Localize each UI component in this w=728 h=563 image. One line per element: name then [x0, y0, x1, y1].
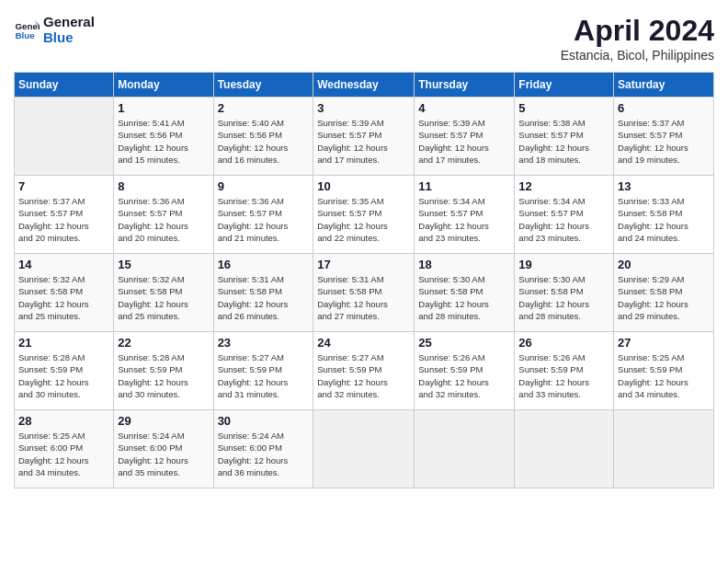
day-info: Sunrise: 5:37 AMSunset: 5:57 PMDaylight:… [618, 117, 710, 166]
day-number: 26 [518, 336, 609, 350]
calendar-cell: 11Sunrise: 5:34 AMSunset: 5:57 PMDayligh… [415, 176, 515, 254]
day-info: Sunrise: 5:25 AMSunset: 5:59 PMDaylight:… [618, 351, 710, 400]
day-info: Sunrise: 5:26 AMSunset: 5:59 PMDaylight:… [418, 351, 510, 400]
day-number: 24 [317, 336, 410, 350]
weekday-friday: Friday [515, 73, 614, 98]
calendar-cell: 25Sunrise: 5:26 AMSunset: 5:59 PMDayligh… [415, 332, 515, 410]
calendar-cell: 14Sunrise: 5:32 AMSunset: 5:58 PMDayligh… [15, 254, 114, 332]
calendar-week-2: 7Sunrise: 5:37 AMSunset: 5:57 PMDaylight… [15, 176, 714, 254]
calendar-week-3: 14Sunrise: 5:32 AMSunset: 5:58 PMDayligh… [15, 254, 714, 332]
location: Estancia, Bicol, Philippines [561, 48, 714, 63]
day-number: 28 [18, 414, 109, 428]
day-info: Sunrise: 5:27 AMSunset: 5:59 PMDaylight:… [218, 351, 310, 400]
day-number: 25 [418, 336, 510, 350]
day-number: 29 [118, 414, 209, 428]
day-info: Sunrise: 5:28 AMSunset: 5:59 PMDaylight:… [118, 351, 209, 400]
day-number: 30 [218, 414, 310, 428]
day-number: 7 [18, 179, 109, 193]
day-info: Sunrise: 5:39 AMSunset: 5:57 PMDaylight:… [418, 117, 510, 166]
weekday-wednesday: Wednesday [313, 73, 415, 98]
calendar-week-4: 21Sunrise: 5:28 AMSunset: 5:59 PMDayligh… [15, 332, 714, 410]
day-info: Sunrise: 5:28 AMSunset: 5:59 PMDaylight:… [18, 351, 109, 400]
day-info: Sunrise: 5:38 AMSunset: 5:57 PMDaylight:… [518, 117, 609, 166]
day-info: Sunrise: 5:36 AMSunset: 5:57 PMDaylight:… [118, 195, 209, 244]
weekday-tuesday: Tuesday [213, 73, 313, 98]
day-number: 27 [618, 336, 710, 350]
calendar-cell: 7Sunrise: 5:37 AMSunset: 5:57 PMDaylight… [15, 176, 114, 254]
day-number: 9 [218, 179, 310, 193]
day-number: 4 [418, 101, 510, 115]
calendar-body: 1Sunrise: 5:41 AMSunset: 5:56 PMDaylight… [15, 98, 714, 488]
calendar-cell: 21Sunrise: 5:28 AMSunset: 5:59 PMDayligh… [15, 332, 114, 410]
day-info: Sunrise: 5:31 AMSunset: 5:58 PMDaylight:… [317, 273, 410, 322]
day-number: 5 [518, 101, 609, 115]
svg-text:Blue: Blue [15, 30, 35, 40]
day-number: 11 [418, 179, 510, 193]
day-info: Sunrise: 5:35 AMSunset: 5:57 PMDaylight:… [317, 195, 410, 244]
day-info: Sunrise: 5:26 AMSunset: 5:59 PMDaylight:… [518, 351, 609, 400]
day-number: 17 [317, 258, 410, 271]
weekday-sunday: Sunday [15, 73, 114, 98]
calendar-week-1: 1Sunrise: 5:41 AMSunset: 5:56 PMDaylight… [15, 98, 714, 176]
logo-general: General [43, 14, 95, 29]
day-info: Sunrise: 5:32 AMSunset: 5:58 PMDaylight:… [118, 273, 209, 322]
day-info: Sunrise: 5:41 AMSunset: 5:56 PMDaylight:… [118, 117, 209, 166]
day-info: Sunrise: 5:24 AMSunset: 6:00 PMDaylight:… [118, 430, 209, 478]
day-number: 12 [518, 179, 609, 193]
calendar-cell: 13Sunrise: 5:33 AMSunset: 5:58 PMDayligh… [614, 176, 714, 254]
calendar-cell: 29Sunrise: 5:24 AMSunset: 6:00 PMDayligh… [114, 410, 213, 488]
calendar-cell: 4Sunrise: 5:39 AMSunset: 5:57 PMDaylight… [415, 98, 515, 176]
page-header: General Blue General Blue April 2024 Est… [14, 14, 714, 63]
day-number: 14 [18, 258, 109, 271]
day-info: Sunrise: 5:31 AMSunset: 5:58 PMDaylight:… [218, 273, 310, 322]
day-info: Sunrise: 5:29 AMSunset: 5:58 PMDaylight:… [618, 273, 710, 322]
calendar-table: SundayMondayTuesdayWednesdayThursdayFrid… [14, 72, 714, 488]
calendar-cell: 5Sunrise: 5:38 AMSunset: 5:57 PMDaylight… [515, 98, 614, 176]
day-number: 10 [317, 179, 410, 193]
calendar-cell: 16Sunrise: 5:31 AMSunset: 5:58 PMDayligh… [213, 254, 313, 332]
calendar-cell: 27Sunrise: 5:25 AMSunset: 5:59 PMDayligh… [614, 332, 714, 410]
day-number: 13 [618, 179, 710, 193]
calendar-cell: 17Sunrise: 5:31 AMSunset: 5:58 PMDayligh… [313, 254, 415, 332]
day-info: Sunrise: 5:30 AMSunset: 5:58 PMDaylight:… [518, 273, 609, 322]
day-info: Sunrise: 5:32 AMSunset: 5:58 PMDaylight:… [18, 273, 109, 322]
day-number: 21 [18, 336, 109, 350]
calendar-cell: 22Sunrise: 5:28 AMSunset: 5:59 PMDayligh… [114, 332, 213, 410]
day-number: 6 [618, 101, 710, 115]
day-info: Sunrise: 5:33 AMSunset: 5:58 PMDaylight:… [618, 195, 710, 244]
title-area: April 2024 Estancia, Bicol, Philippines [561, 14, 714, 63]
day-info: Sunrise: 5:34 AMSunset: 5:57 PMDaylight:… [518, 195, 609, 244]
day-info: Sunrise: 5:25 AMSunset: 6:00 PMDaylight:… [18, 430, 109, 478]
day-number: 18 [418, 258, 510, 271]
calendar-cell: 6Sunrise: 5:37 AMSunset: 5:57 PMDaylight… [614, 98, 714, 176]
day-info: Sunrise: 5:34 AMSunset: 5:57 PMDaylight:… [418, 195, 510, 244]
calendar-cell: 8Sunrise: 5:36 AMSunset: 5:57 PMDaylight… [114, 176, 213, 254]
day-number: 1 [118, 101, 209, 115]
logo: General Blue General Blue [14, 14, 95, 45]
day-number: 8 [118, 179, 209, 193]
day-number: 19 [518, 258, 609, 271]
calendar-cell [313, 410, 415, 488]
month-title: April 2024 [561, 14, 714, 48]
day-info: Sunrise: 5:37 AMSunset: 5:57 PMDaylight:… [18, 195, 109, 244]
day-info: Sunrise: 5:39 AMSunset: 5:57 PMDaylight:… [317, 117, 410, 166]
day-number: 3 [317, 101, 410, 115]
calendar-cell: 1Sunrise: 5:41 AMSunset: 5:56 PMDaylight… [114, 98, 213, 176]
calendar-cell [614, 410, 714, 488]
calendar-cell: 3Sunrise: 5:39 AMSunset: 5:57 PMDaylight… [313, 98, 415, 176]
day-info: Sunrise: 5:36 AMSunset: 5:57 PMDaylight:… [218, 195, 310, 244]
day-number: 2 [218, 101, 310, 115]
calendar-cell: 30Sunrise: 5:24 AMSunset: 6:00 PMDayligh… [213, 410, 313, 488]
day-number: 16 [218, 258, 310, 271]
day-number: 20 [618, 258, 710, 271]
calendar-cell: 23Sunrise: 5:27 AMSunset: 5:59 PMDayligh… [213, 332, 313, 410]
weekday-monday: Monday [114, 73, 213, 98]
day-number: 23 [218, 336, 310, 350]
calendar-cell [515, 410, 614, 488]
weekday-saturday: Saturday [614, 73, 714, 98]
calendar-cell: 9Sunrise: 5:36 AMSunset: 5:57 PMDaylight… [213, 176, 313, 254]
calendar-cell: 26Sunrise: 5:26 AMSunset: 5:59 PMDayligh… [515, 332, 614, 410]
calendar-cell: 28Sunrise: 5:25 AMSunset: 6:00 PMDayligh… [15, 410, 114, 488]
calendar-cell [15, 98, 114, 176]
weekday-thursday: Thursday [415, 73, 515, 98]
